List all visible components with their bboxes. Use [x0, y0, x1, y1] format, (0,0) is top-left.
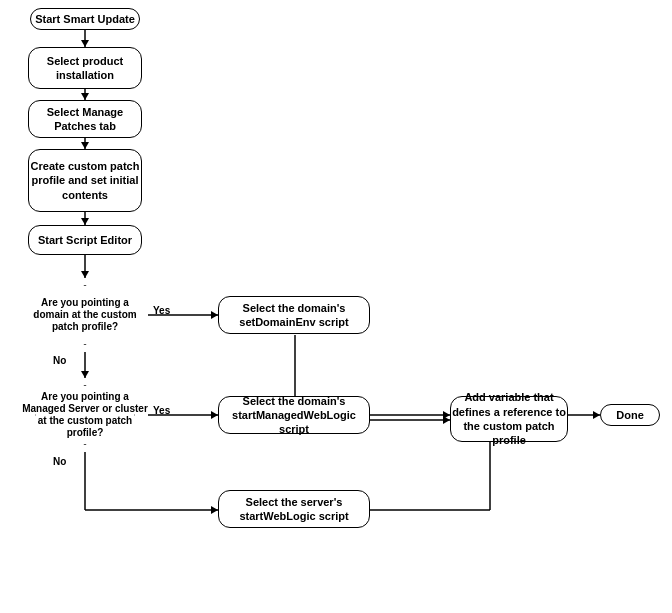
svg-marker-18 [211, 411, 218, 419]
diamond2-container: Are you pointing a Managed Server or clu… [22, 378, 148, 452]
yes-label-1: Yes [153, 305, 170, 316]
svg-marker-5 [81, 142, 89, 149]
svg-marker-16 [81, 371, 89, 378]
no-label-2: No [53, 456, 66, 467]
svg-marker-3 [81, 93, 89, 100]
svg-marker-9 [81, 271, 89, 278]
step8-node: Add variable that defines a reference to… [450, 396, 568, 442]
start-node: Start Smart Update [30, 8, 140, 30]
step1-node: Select product installation [28, 47, 142, 89]
step2-node: Select Manage Patches tab [28, 100, 142, 138]
svg-marker-23 [211, 506, 218, 514]
step3-node: Create custom patch profile and set init… [28, 149, 142, 212]
svg-marker-1 [81, 40, 89, 47]
svg-marker-7 [81, 218, 89, 225]
diamond1-container: Are you pointing a domain at the custom … [22, 278, 148, 352]
step4-node: Start Script Editor [28, 225, 142, 255]
step6-node: Select the domain's startManagedWebLogic… [218, 396, 370, 434]
step7-node: Select the server's startWebLogic script [218, 490, 370, 528]
svg-marker-11 [211, 311, 218, 319]
no-label-1: No [53, 355, 66, 366]
svg-marker-28 [593, 411, 600, 419]
yes-label-2: Yes [153, 405, 170, 416]
done-node: Done [600, 404, 660, 426]
step5-node: Select the domain's setDomainEnv script [218, 296, 370, 334]
flowchart-diagram: Start Smart Update Select product instal… [0, 0, 672, 613]
svg-marker-20 [443, 411, 450, 419]
